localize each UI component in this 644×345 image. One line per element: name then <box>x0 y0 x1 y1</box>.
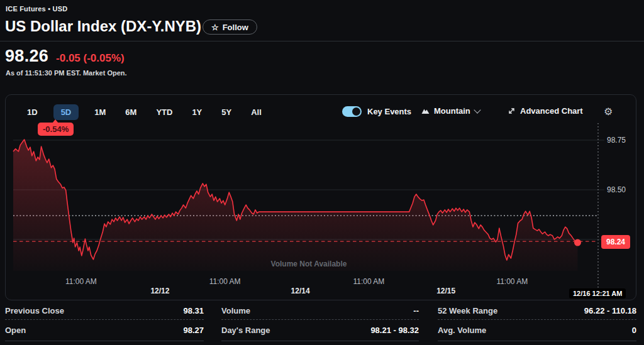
stat-value: 96.22 - 110.18 <box>584 306 636 315</box>
stat-row: Day's Range98.21 - 98.32 <box>221 320 419 341</box>
price-area-fill <box>13 140 577 271</box>
quote-page: ICE Futures • USD US Dollar Index (DX-Y.… <box>0 0 644 345</box>
x-axis-date-label: 12/14 <box>291 287 310 295</box>
x-axis-date-label: 12/12 <box>150 287 169 295</box>
x-axis-date-label: 12/15 <box>436 287 455 295</box>
volume-note: Volume Not Available <box>243 260 375 268</box>
stat-column: Volume--Day's Range98.21 - 98.32 <box>221 302 419 341</box>
stat-label: Open <box>5 326 26 335</box>
page-title: US Dollar Index (DX-Y.NYB) <box>5 18 201 35</box>
price-change: -0.05 (-0.05%) <box>56 52 125 65</box>
breadcrumb: ICE Futures • USD <box>6 5 67 13</box>
star-icon: ☆ <box>211 23 219 31</box>
follow-label: Follow <box>223 23 248 32</box>
stat-label: Volume <box>221 306 250 315</box>
stat-row: Open98.27 <box>5 320 204 341</box>
chart-panel: 1D5D1M6MYTD1Y5YAll -0.54% Key Events Mou… <box>5 94 636 300</box>
last-price: 98.26 <box>5 47 48 66</box>
header-divider <box>0 41 644 41</box>
stat-row: Previous Close98.31 <box>5 302 204 320</box>
follow-button[interactable]: ☆ Follow <box>203 19 257 35</box>
stat-value: 0 <box>632 326 636 335</box>
last-price-dot <box>574 239 581 246</box>
x-axis-time-label: 11:00 AM <box>496 277 528 286</box>
x-axis-time-label: 11:00 AM <box>353 277 385 286</box>
stat-column: Previous Close98.31Open98.27 <box>5 302 204 341</box>
y-axis-tick: 98.50 <box>607 185 626 194</box>
stat-row: Volume-- <box>221 302 419 320</box>
stat-label: Previous Close <box>5 306 64 315</box>
stat-value: 98.31 <box>183 306 204 315</box>
x-axis-time-label: 11:00 AM <box>209 277 241 286</box>
current-price-badge: 98.24 <box>601 235 630 249</box>
crosshair-tooltip: 12/16 12:21 AM <box>569 288 626 298</box>
stat-label: Day's Range <box>221 326 270 335</box>
stat-value: 98.21 - 98.32 <box>370 326 419 335</box>
stat-label: Avg. Volume <box>438 326 486 335</box>
x-axis-time-label: 11:00 AM <box>65 277 97 286</box>
stat-column: 52 Week Range96.22 - 110.18Avg. Volume0 <box>438 302 636 341</box>
stat-value: -- <box>413 306 419 315</box>
price-row: 98.26 -0.05 (-0.05%) <box>5 47 125 66</box>
price-chart[interactable] <box>6 95 637 301</box>
stat-value: 98.27 <box>183 326 204 335</box>
stat-row: Avg. Volume0 <box>438 320 636 341</box>
stat-row: 52 Week Range96.22 - 110.18 <box>438 302 636 320</box>
y-axis-tick: 98.75 <box>607 136 626 145</box>
stat-label: 52 Week Range <box>438 306 497 315</box>
as-of-text: As of 11:51:30 PM EST. Market Open. <box>6 69 127 77</box>
